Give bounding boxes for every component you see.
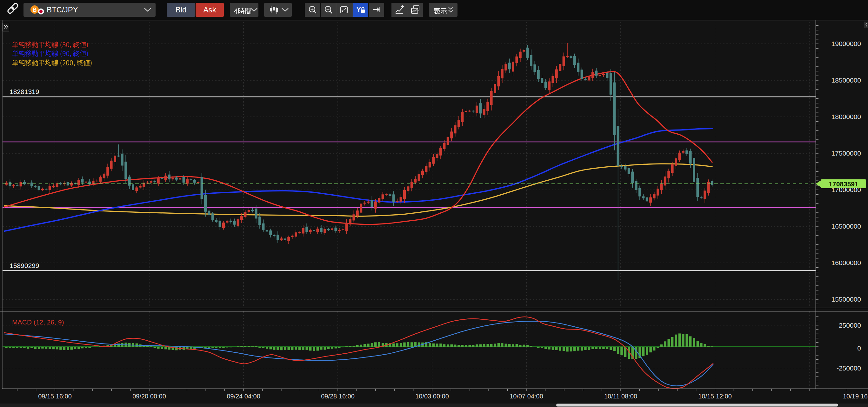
svg-text:17083591: 17083591: [829, 180, 859, 188]
svg-text:17500000: 17500000: [832, 150, 861, 157]
svg-text:16500000: 16500000: [832, 223, 861, 230]
svg-text:-250000: -250000: [837, 365, 861, 372]
svg-text:09/20 00:00: 09/20 00:00: [132, 393, 166, 400]
svg-text:18000000: 18000000: [832, 113, 861, 120]
svg-text:19000000: 19000000: [832, 40, 861, 47]
svg-text:09/28 16:00: 09/28 16:00: [321, 393, 354, 400]
svg-text:10/11 08:00: 10/11 08:00: [604, 393, 637, 400]
svg-text:16000000: 16000000: [832, 259, 861, 267]
svg-text:15890299: 15890299: [9, 262, 39, 269]
svg-text:10/15 12:00: 10/15 12:00: [698, 393, 732, 400]
svg-text:09/15 16:00: 09/15 16:00: [38, 393, 72, 400]
svg-text:250000: 250000: [839, 322, 861, 329]
svg-text:B: B: [33, 7, 37, 13]
svg-text:10/03 00:00: 10/03 00:00: [415, 393, 449, 400]
svg-text:15500000: 15500000: [832, 295, 861, 303]
svg-text:18281319: 18281319: [9, 88, 39, 95]
svg-text:Y: Y: [356, 6, 361, 13]
svg-text:09/24 04:00: 09/24 04:00: [227, 393, 260, 400]
svg-text:10/07 04:00: 10/07 04:00: [509, 393, 543, 400]
svg-text:MACD (12, 26, 9): MACD (12, 26, 9): [12, 318, 64, 326]
svg-text:10/19 16:00: 10/19 16:00: [843, 393, 868, 400]
svg-text:18500000: 18500000: [832, 76, 861, 84]
svg-text:BTC/JPY: BTC/JPY: [47, 5, 78, 14]
svg-text:0: 0: [857, 344, 861, 352]
